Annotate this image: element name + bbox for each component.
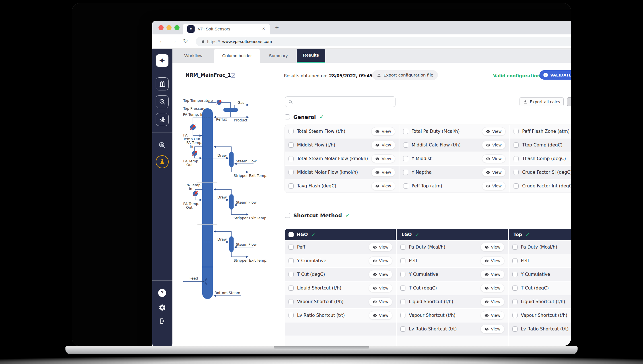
result-checkbox[interactable] [288, 299, 294, 304]
result-checkbox[interactable] [403, 129, 408, 134]
result-checkbox[interactable] [400, 313, 405, 318]
result-checkbox[interactable] [514, 129, 519, 134]
forward-icon[interactable]: → [171, 38, 177, 44]
flask-icon [159, 158, 166, 165]
result-checkbox[interactable] [514, 183, 519, 189]
view-button[interactable]: View [482, 182, 506, 190]
view-button[interactable]: View [481, 270, 504, 279]
help-button[interactable]: ? [158, 289, 166, 297]
view-button[interactable]: View [482, 127, 506, 136]
result-checkbox[interactable] [512, 299, 518, 304]
view-button[interactable]: View [369, 270, 392, 279]
shortcut-checkbox[interactable] [285, 213, 290, 218]
result-checkbox[interactable] [288, 129, 294, 134]
export-configuration-button[interactable]: Export configuration file [372, 70, 438, 80]
result-checkbox[interactable] [400, 272, 405, 277]
validate-button[interactable]: ✓ VALIDATE [539, 70, 571, 80]
tab-column-builder[interactable]: Column builder [214, 49, 260, 63]
close-tab-icon[interactable]: × [262, 26, 265, 31]
result-checkbox[interactable] [400, 299, 405, 304]
result-checkbox[interactable] [512, 245, 518, 250]
view-button[interactable]: View [482, 141, 506, 149]
view-button[interactable]: View [369, 243, 392, 251]
result-checkbox[interactable] [403, 183, 408, 189]
view-button[interactable]: View [481, 325, 504, 333]
view-button[interactable]: View [481, 243, 504, 251]
view-button[interactable]: View [481, 297, 504, 306]
result-checkbox[interactable] [288, 245, 294, 250]
view-button[interactable]: View [481, 284, 504, 292]
result-checkbox[interactable] [514, 170, 519, 175]
result-checkbox[interactable] [288, 170, 294, 175]
view-button[interactable]: View [369, 311, 392, 320]
hgo-select-all-checkbox[interactable] [288, 232, 294, 237]
result-checkbox[interactable] [400, 286, 405, 291]
result-checkbox[interactable] [288, 156, 294, 161]
view-button[interactable]: View [482, 168, 506, 177]
result-checkbox[interactable] [400, 258, 405, 263]
view-button[interactable]: View [369, 257, 392, 265]
result-checkbox[interactable] [512, 258, 518, 263]
maximize-window-button[interactable] [174, 25, 180, 30]
tab-results[interactable]: Results [297, 49, 325, 63]
sidebar-item-column-builder[interactable] [156, 77, 169, 90]
view-button[interactable]: View [371, 182, 395, 190]
eye-icon [375, 129, 380, 134]
result-checkbox[interactable] [288, 258, 294, 263]
view-button[interactable]: View [369, 284, 392, 292]
new-tab-button[interactable]: + [275, 24, 279, 31]
browser-tab[interactable]: ✦ VPI Soft Sensors × [183, 24, 270, 34]
tab-workflow[interactable]: Workflow [172, 49, 214, 63]
result-checkbox[interactable] [514, 142, 519, 148]
result-checkbox[interactable] [400, 245, 405, 250]
result-checkbox[interactable] [288, 313, 294, 318]
view-button[interactable]: View [482, 154, 506, 163]
result-checkbox[interactable] [512, 286, 518, 291]
export-selected-button[interactable]: Export selected (0) [567, 97, 571, 106]
logout-button[interactable] [156, 317, 169, 325]
sidebar-item-analysis[interactable] [156, 95, 169, 108]
lgo-column: Pa Duty (Mcal/h)View PeffView Y Cumulati… [397, 241, 508, 346]
sidebar-divider [152, 133, 172, 133]
result-checkbox[interactable] [512, 326, 518, 332]
eye-icon [486, 143, 490, 147]
sidebar-item-settings-sliders[interactable] [156, 113, 169, 126]
edit-icon[interactable] [230, 73, 236, 78]
sidebar-item-soft-sensors-active[interactable] [156, 155, 169, 168]
result-checkbox[interactable] [403, 142, 408, 148]
result-checkbox[interactable] [288, 286, 294, 291]
export-all-calcs-button[interactable]: Export all calcs [520, 97, 564, 106]
view-button[interactable]: View [371, 127, 395, 136]
back-icon[interactable]: ← [159, 38, 165, 44]
general-checkbox[interactable] [285, 114, 290, 119]
view-button[interactable]: View [371, 154, 395, 163]
result-checkbox[interactable] [288, 183, 294, 189]
result-row: Y MiddistView [399, 152, 509, 165]
result-checkbox[interactable] [400, 326, 405, 332]
result-checkbox[interactable] [288, 272, 294, 277]
view-button[interactable]: View [371, 141, 395, 149]
view-button[interactable]: View [371, 168, 395, 177]
svg-text:PA Temp. In: PA Temp. In [183, 112, 203, 117]
sidebar-item-explore[interactable] [156, 139, 169, 152]
result-row: Pa Duty (Mcal/h)View [397, 241, 508, 254]
minimize-window-button[interactable] [166, 25, 172, 30]
view-button[interactable]: View [369, 297, 392, 306]
view-button[interactable]: View [481, 257, 504, 265]
vpi-logo[interactable]: ✦ [156, 54, 168, 67]
view-button[interactable]: View [481, 311, 504, 320]
result-checkbox[interactable] [514, 156, 519, 161]
result-checkbox[interactable] [288, 142, 294, 148]
close-window-button[interactable] [158, 25, 164, 30]
address-bar[interactable]: https:// www.vpi-softsensors.com [196, 37, 571, 46]
tab-summary[interactable]: Summary [260, 49, 297, 63]
settings-button[interactable] [156, 303, 169, 312]
svg-text:Feed: Feed [189, 276, 198, 280]
reload-icon[interactable]: ↻ [183, 38, 188, 44]
result-checkbox[interactable] [403, 170, 408, 175]
result-checkbox[interactable] [403, 156, 408, 161]
result-row: Total Steam Flow (t/h)View [285, 125, 399, 138]
result-checkbox[interactable] [512, 272, 518, 277]
search-input[interactable] [295, 98, 393, 106]
result-checkbox[interactable] [512, 313, 518, 318]
